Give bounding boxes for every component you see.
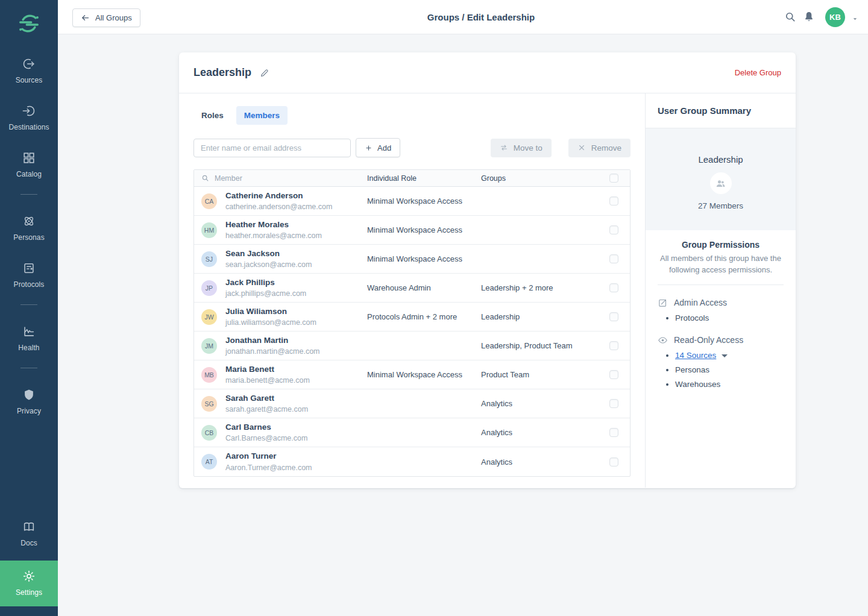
table-row[interactable]: SG Sarah Garett sarah.garett@acme.com An… [194, 389, 630, 418]
avatar-initials: KB [829, 13, 841, 22]
table-row[interactable]: JW Julia Wiliamson julia.wiliamson@acme.… [194, 303, 630, 332]
delete-group-button[interactable]: Delete Group [735, 68, 781, 77]
add-member-button[interactable]: Add [356, 138, 400, 157]
member-email: sean.jackson@acme.com [225, 260, 312, 269]
member-cell: CA Catherine Anderson catherine.anderson… [194, 191, 367, 212]
member-name: Jack Phillips [225, 278, 306, 288]
sidebar-item-settings[interactable]: Settings [0, 561, 58, 606]
sidebar-item-destinations[interactable]: Destinations [0, 104, 58, 131]
row-select-cell [597, 254, 630, 263]
permission-item: Protocols [675, 313, 784, 322]
move-to-button[interactable]: Move to [491, 139, 552, 157]
members-table: Member Individual Role Groups CA Catheri… [193, 169, 631, 477]
group-permissions: Group Permissions All members of this gr… [646, 230, 796, 389]
sidebar-item-label: Personas [13, 233, 45, 242]
search-icon[interactable] [784, 11, 796, 23]
row-select-cell [597, 457, 630, 467]
sidebar-item-sources[interactable]: Sources [0, 57, 58, 84]
people-icon [715, 178, 726, 189]
chevron-down-icon[interactable] [852, 14, 858, 20]
caret-down-icon[interactable] [722, 354, 728, 357]
sidebar-item-catalog[interactable]: Catalog [0, 151, 58, 178]
avatar: CB [201, 425, 217, 441]
summary-overview: Leadership 27 Members [646, 128, 796, 230]
row-select-cell [597, 341, 630, 350]
edit-pencil-icon[interactable] [260, 68, 269, 78]
remove-button[interactable]: Remove [568, 139, 631, 157]
notifications-bell-icon[interactable] [803, 11, 815, 23]
permission-link[interactable]: 14 Sources [675, 351, 716, 360]
row-checkbox[interactable] [609, 457, 618, 467]
member-name: Jonathan Martin [225, 336, 320, 346]
role-column-header: Individual Role [367, 174, 481, 183]
row-checkbox[interactable] [609, 428, 618, 437]
sources-icon [22, 57, 36, 71]
sidebar-item-protocols[interactable]: Protocols [0, 262, 58, 289]
sidebar-item-label: Destinations [8, 123, 49, 131]
eye-icon [658, 335, 668, 345]
row-checkbox[interactable] [609, 254, 618, 263]
member-column-header[interactable]: Member [194, 174, 367, 183]
sidebar-item-docs[interactable]: Docs [0, 520, 58, 547]
member-name: Julia Wiliamson [225, 307, 316, 317]
settings-icon [22, 570, 36, 583]
permission-section-label: Admin Access [674, 298, 727, 307]
x-icon [577, 143, 586, 152]
member-name: Sarah Garett [225, 394, 308, 404]
row-checkbox[interactable] [609, 225, 618, 234]
table-row[interactable]: CA Catherine Anderson catherine.anderson… [194, 187, 630, 216]
members-table-body: CA Catherine Anderson catherine.anderson… [194, 187, 630, 476]
member-groups: Leadership + 2 more [481, 283, 597, 292]
table-row[interactable]: AT Aaron Turner Aaron.Turner@acme.com An… [194, 447, 630, 476]
sidebar-item-privacy[interactable]: Privacy [0, 388, 58, 415]
row-checkbox[interactable] [609, 370, 618, 379]
row-select-cell [597, 283, 630, 292]
member-column-label: Member [215, 174, 242, 183]
sidebar-item-personas[interactable]: Personas [0, 215, 58, 242]
member-email: catherine.anderson@acme.com [225, 203, 332, 211]
table-row[interactable]: HM Heather Morales heather.morales@acme.… [194, 216, 630, 245]
all-groups-back-button[interactable]: All Groups [72, 8, 140, 27]
avatar: CA [201, 193, 217, 209]
tab-roles[interactable]: Roles [193, 106, 231, 125]
table-row[interactable]: CB Carl Barnes Carl.Barnes@acme.com Anal… [194, 418, 630, 447]
member-role: Warehouse Admin [367, 283, 481, 292]
member-search-input[interactable] [193, 139, 351, 157]
row-checkbox[interactable] [609, 341, 618, 350]
sidebar-item-health[interactable]: Health [0, 325, 58, 352]
summary-member-count: 27 Members [698, 201, 743, 210]
row-checkbox[interactable] [609, 312, 618, 321]
row-checkbox[interactable] [609, 283, 618, 292]
row-checkbox[interactable] [609, 196, 618, 206]
member-cell: AT Aaron Turner Aaron.Turner@acme.com [194, 451, 367, 472]
segment-logo-icon[interactable] [17, 12, 40, 35]
members-panel: RolesMembers Add Move to [179, 93, 645, 488]
member-groups: Analytics [481, 428, 597, 437]
member-cell: HM Heather Morales heather.morales@acme.… [194, 220, 367, 240]
sidebar-bottom: Docs Settings [0, 520, 58, 616]
catalog-icon [22, 151, 36, 165]
avatar: SG [201, 396, 217, 412]
member-groups: Product Team [481, 370, 597, 379]
plus-icon [365, 144, 373, 152]
row-checkbox[interactable] [609, 399, 618, 408]
user-avatar[interactable]: KB [825, 7, 845, 27]
permission-section-label: Read-Only Access [674, 335, 743, 345]
table-row[interactable]: SJ Sean Jackson sean.jackson@acme.com Mi… [194, 245, 630, 274]
table-row[interactable]: JP Jack Phillips jack.phillips@acme.com … [194, 274, 630, 303]
sidebar-divider [20, 194, 37, 195]
table-row[interactable]: JM Jonathan Martin jonathan.martin@acme.… [194, 332, 630, 360]
sidebar-item-label: Privacy [17, 407, 41, 415]
member-role: Minimal Workspace Access [367, 254, 481, 263]
member-cell: JM Jonathan Martin jonathan.martin@acme.… [194, 336, 367, 356]
permission-label: Protocols [675, 313, 709, 322]
sidebar-item-label: Docs [20, 539, 37, 547]
select-all-checkbox[interactable] [609, 174, 618, 183]
member-groups: Analytics [481, 399, 597, 408]
member-cell: JW Julia Wiliamson julia.wiliamson@acme.… [194, 307, 367, 327]
tab-members[interactable]: Members [236, 106, 288, 125]
sidebar-nav: Sources Destinations Catalog Personas Pr… [0, 35, 58, 415]
avatar: JM [201, 338, 217, 354]
table-row[interactable]: MB Maria Benett maria.benett@acme.com Mi… [194, 360, 630, 389]
group-name-title: Leadership [193, 66, 251, 79]
